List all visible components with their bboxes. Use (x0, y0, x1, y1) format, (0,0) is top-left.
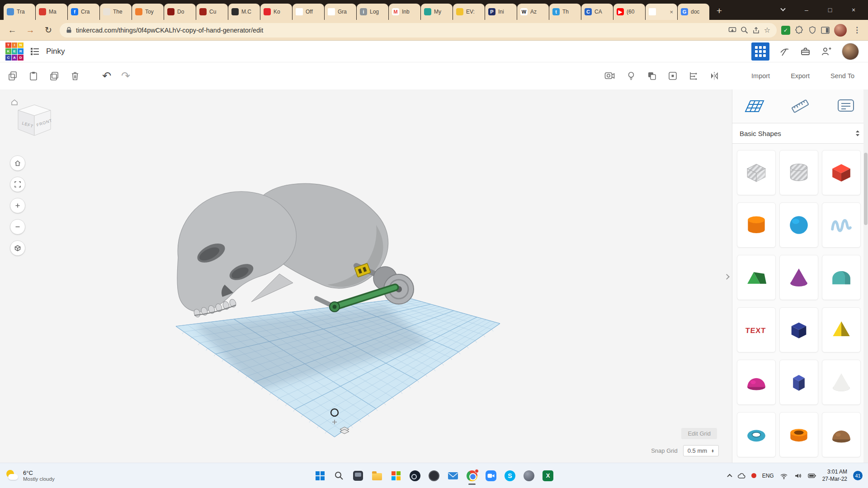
browser-tab[interactable]: ▶(60 (613, 4, 645, 20)
browser-tab[interactable]: Toy (132, 4, 164, 20)
redo-icon[interactable]: ↷ (121, 70, 130, 82)
copy-icon[interactable] (7, 70, 18, 81)
delete-icon[interactable] (70, 70, 80, 81)
shape-soft-cone[interactable] (822, 360, 861, 405)
shape-cone[interactable] (779, 255, 818, 300)
design-title[interactable]: Pinky (46, 47, 65, 56)
minimize-button[interactable]: – (795, 0, 818, 20)
design-properties-icon[interactable] (30, 47, 40, 56)
panel-scrollbar[interactable] (863, 89, 868, 463)
browser-tab[interactable]: Gra (325, 4, 356, 20)
edit-grid-button[interactable]: Edit Grid (681, 428, 717, 439)
home-view-button[interactable] (10, 155, 25, 171)
user-avatar[interactable] (842, 43, 859, 60)
browser-tab[interactable]: Ko (260, 4, 292, 20)
browser-tab[interactable]: Ma (36, 4, 67, 20)
shape-category-select[interactable]: Basic Shapes (732, 123, 868, 144)
export-button[interactable]: Export (787, 70, 813, 82)
mail-app[interactable] (447, 470, 459, 482)
start-button[interactable] (314, 470, 326, 482)
wifi-icon[interactable] (780, 472, 788, 479)
steam[interactable] (409, 470, 421, 482)
share-icon[interactable] (752, 27, 760, 34)
back-button[interactable]: ← (5, 25, 19, 35)
shape-roof[interactable] (737, 255, 776, 300)
microsoft-store[interactable] (390, 470, 402, 482)
chrome-browser[interactable] (466, 470, 478, 482)
browser-tab[interactable]: Tra (4, 4, 35, 20)
mirror-icon[interactable] (709, 70, 720, 81)
browser-tab[interactable]: The (100, 4, 132, 20)
file-explorer[interactable] (371, 470, 383, 482)
browser-tab[interactable]: M.C (228, 4, 260, 20)
zoom-icon[interactable] (741, 26, 748, 34)
view-cube[interactable]: LEFT FRONT (10, 98, 55, 141)
shape-diamond[interactable] (779, 307, 818, 352)
zoom-in-button[interactable] (10, 198, 25, 213)
tinkercad-logo[interactable]: TINKERCAD (5, 42, 24, 61)
shield-extension-icon[interactable] (808, 26, 816, 34)
puzzle-extensions-icon[interactable] (795, 26, 804, 35)
address-bar[interactable]: tinkercad.com/things/0f4pwCKALhV-copy-of… (60, 23, 777, 38)
workplane-tool-button[interactable] (744, 97, 765, 116)
clock-widget[interactable]: 3:01 AM 27-Mar-22 (822, 469, 847, 483)
scene-svg[interactable] (0, 89, 732, 463)
browser-tab[interactable]: fCra (68, 4, 99, 20)
notification-count-badge[interactable]: 41 (853, 471, 863, 480)
send-to-button[interactable]: Send To (827, 70, 858, 82)
panel-collapse-handle[interactable] (723, 270, 730, 283)
reload-button[interactable]: ↻ (42, 25, 55, 35)
skype-app[interactable]: S (504, 470, 516, 482)
shape-half-sphere[interactable] (822, 412, 861, 457)
forward-button[interactable]: → (24, 25, 37, 35)
notes-tool-button[interactable] (835, 97, 856, 116)
taskbar-search[interactable] (333, 470, 345, 482)
excel-app[interactable]: X (542, 470, 554, 482)
shape-text[interactable]: TEXT (737, 307, 776, 352)
bookmark-star-icon[interactable]: ☆ (764, 26, 770, 34)
browser-profile-avatar[interactable] (834, 24, 847, 37)
invite-person-icon[interactable] (821, 46, 832, 57)
extension-check-icon[interactable]: ✓ (781, 26, 790, 35)
close-button[interactable]: × (842, 0, 865, 20)
shape-round-roof[interactable] (822, 255, 861, 300)
battery-icon[interactable] (808, 472, 816, 480)
browser-tab[interactable]: Cu (196, 4, 228, 20)
install-icon[interactable] (728, 27, 736, 34)
browser-tab[interactable]: WAz (517, 4, 549, 20)
browser-tab[interactable]: My (421, 4, 453, 20)
fit-view-button[interactable] (10, 177, 25, 192)
browser-tab-active[interactable]: × (646, 4, 677, 20)
tab-close-button[interactable]: × (669, 9, 674, 15)
language-indicator[interactable]: ENG (762, 473, 774, 479)
browser-tab[interactable]: Do (164, 4, 196, 20)
volume-icon[interactable] (794, 472, 802, 480)
browser-tab[interactable]: Off (292, 4, 324, 20)
antivirus-tray-icon[interactable] (751, 473, 756, 478)
browser-tab[interactable]: Gdoc (678, 4, 709, 20)
taskbar-app-dark[interactable] (352, 470, 364, 482)
undo-icon[interactable]: ↶ (102, 70, 111, 82)
viewport-3d[interactable]: LEFT FRONT (0, 89, 732, 463)
lightbulb-icon[interactable] (626, 70, 637, 81)
ruler-tool-button[interactable] (790, 97, 811, 116)
zoom-out-button[interactable] (10, 219, 25, 235)
ungroup-icon[interactable] (667, 70, 678, 81)
weather-widget[interactable]: 6°C Mostly cloudy (5, 469, 55, 483)
group-icon[interactable] (646, 70, 657, 81)
tinker-pickaxe-icon[interactable] (779, 46, 790, 57)
onedrive-cloud-icon[interactable] (737, 472, 745, 479)
snapshot-camera-icon[interactable] (604, 70, 616, 81)
side-panel-icon[interactable] (821, 27, 830, 34)
import-button[interactable]: Import (748, 70, 774, 82)
shape-scribble[interactable] (822, 202, 861, 248)
perspective-toggle-button[interactable] (10, 240, 25, 256)
shape-polygon[interactable] (779, 360, 818, 405)
shape-cylinder[interactable] (737, 202, 776, 248)
shape-paraboloid[interactable] (737, 360, 776, 405)
scrollbar-thumb[interactable] (864, 153, 868, 225)
tab-search-button[interactable] (771, 0, 795, 20)
dashboard-grid-button[interactable] (751, 42, 769, 61)
shape-box[interactable] (822, 150, 861, 195)
snap-grid-dropdown[interactable]: 0.5 mm ▲▼ (683, 445, 719, 456)
